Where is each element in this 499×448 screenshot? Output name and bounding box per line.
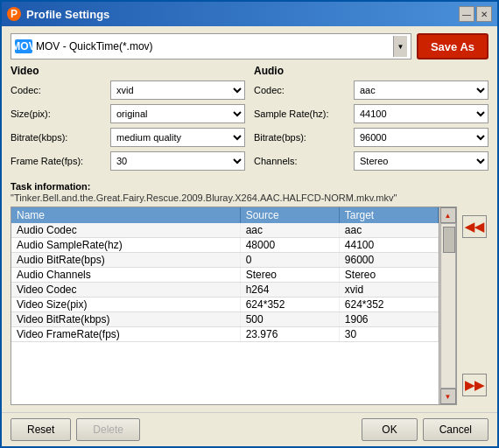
reset-button[interactable]: Reset (11, 418, 71, 441)
row-name: Video BitRate(kbps) (11, 312, 240, 327)
audio-codec-label: Codec: (254, 85, 350, 95)
table-row[interactable]: Audio ChannelsStereoStereo (11, 268, 439, 283)
row-name: Audio Codec (11, 223, 240, 238)
row-source: aac (240, 223, 339, 238)
save-as-button[interactable]: Save As (417, 33, 488, 60)
format-select-wrap: MOV MOV - QuickTime(*.mov) ▼ (11, 33, 411, 60)
table-row[interactable]: Video FrameRate(fps)23.97630 (11, 327, 439, 342)
table-row[interactable]: Video Codech264xvid (11, 283, 439, 298)
svg-text:P: P (11, 8, 18, 20)
table-row[interactable]: Audio Codecaacaac (11, 223, 439, 238)
row-target: 44100 (339, 238, 438, 253)
settings-table: Name Source Target Audio CodecaacaacAudi… (11, 207, 439, 342)
table-row[interactable]: Video Size(pix)624*352624*352 (11, 298, 439, 312)
col-target-header: Target (339, 207, 438, 223)
title-bar: P Profile Settings — ✕ (2, 2, 497, 26)
audio-bitrate-select[interactable]: 96000 (354, 128, 488, 147)
top-row: MOV MOV - QuickTime(*.mov) ▼ Save As (11, 33, 488, 60)
video-settings: Video Codec: xvid Size(pix): original Bi… (11, 65, 245, 175)
app-icon: P (7, 7, 21, 21)
title-controls: — ✕ (459, 6, 492, 22)
audio-settings: Audio Codec: aac Sample Rate(hz): 44100 … (254, 65, 488, 175)
main-window: P Profile Settings — ✕ MOV MOV - QuickTi… (0, 0, 499, 448)
window-title: Profile Settings (26, 8, 109, 21)
next-nav-button[interactable]: ▶▶ (462, 374, 487, 396)
table-scroll-wrap: Name Source Target Audio CodecaacaacAudi… (11, 206, 457, 405)
row-target: 30 (339, 327, 438, 342)
row-source: 624*352 (240, 298, 339, 312)
minimize-button[interactable]: — (459, 6, 474, 22)
video-framerate-label: Frame Rate(fps): (11, 156, 107, 166)
row-name: Video Codec (11, 283, 240, 298)
task-info-label: Task information: (11, 181, 90, 192)
table-row[interactable]: Video BitRate(kbps)5001906 (11, 312, 439, 327)
task-info-section: Task information: "Tinker.Bell.and.the.G… (11, 180, 457, 203)
audio-codec-select[interactable]: aac (354, 80, 488, 100)
audio-channels-select[interactable]: Stereo (354, 151, 488, 171)
audio-channels-label: Channels: (254, 156, 350, 166)
row-target: 1906 (339, 312, 438, 327)
audio-group-label: Audio (254, 65, 488, 77)
row-name: Video FrameRate(fps) (11, 327, 240, 342)
video-size-row: Size(pix): original (11, 104, 245, 123)
close-button[interactable]: ✕ (476, 6, 492, 22)
scrollbar: ▲ ▼ (439, 207, 456, 404)
row-target: Stereo (339, 268, 438, 283)
video-codec-label: Codec: (11, 85, 107, 95)
prev-nav-button[interactable]: ◀◀ (462, 215, 487, 238)
video-bitrate-label: Bitrate(kbps): (11, 132, 107, 143)
row-source: 48000 (240, 238, 339, 253)
bottom-bar: Reset Delete OK Cancel (2, 412, 497, 446)
delete-button[interactable]: Delete (76, 418, 140, 441)
video-codec-select[interactable]: xvid (110, 80, 245, 100)
row-name: Video Size(pix) (11, 298, 240, 312)
audio-samplerate-label: Sample Rate(hz): (254, 108, 350, 119)
settings-columns: Video Codec: xvid Size(pix): original Bi… (11, 65, 488, 175)
row-name: Audio BitRate(bps) (11, 253, 240, 268)
row-source: Stereo (240, 268, 339, 283)
side-nav-buttons: ◀◀ ▶▶ (462, 180, 488, 405)
format-dropdown-arrow[interactable]: ▼ (393, 36, 407, 57)
format-icon: MOV (15, 39, 32, 53)
col-name-header: Name (11, 207, 240, 223)
content-area: MOV MOV - QuickTime(*.mov) ▼ Save As Vid… (2, 26, 497, 412)
col-source-header: Source (240, 207, 339, 223)
row-source: 0 (240, 253, 339, 268)
ok-button[interactable]: OK (362, 418, 417, 441)
video-size-label: Size(pix): (11, 108, 107, 119)
row-source: h264 (240, 283, 339, 298)
row-name: Audio SampleRate(hz) (11, 238, 240, 253)
audio-bitrate-label: Bitrate(bps): (254, 132, 350, 143)
audio-codec-row: Codec: aac (254, 80, 488, 100)
video-bitrate-select[interactable]: medium quality (110, 128, 245, 147)
video-bitrate-row: Bitrate(kbps): medium quality (11, 128, 245, 147)
row-target: 624*352 (339, 298, 438, 312)
row-source: 23.976 (240, 327, 339, 342)
main-area: Task information: "Tinker.Bell.and.the.G… (11, 180, 488, 405)
video-framerate-select[interactable]: 30 (110, 151, 245, 171)
bottom-left-buttons: Reset Delete (11, 418, 140, 441)
video-framerate-row: Frame Rate(fps): 30 (11, 151, 245, 171)
data-table: Name Source Target Audio CodecaacaacAudi… (11, 207, 439, 404)
audio-samplerate-select[interactable]: 44100 (354, 104, 488, 123)
title-bar-left: P Profile Settings (7, 7, 109, 21)
task-info-text: "Tinker.Bell.and.the.Great.Fairy.Rescue.… (11, 192, 457, 203)
video-codec-row: Codec: xvid (11, 80, 245, 100)
audio-channels-row: Channels: Stereo (254, 151, 488, 171)
scroll-down-button[interactable]: ▼ (440, 388, 456, 404)
table-row[interactable]: Audio BitRate(bps)096000 (11, 253, 439, 268)
row-source: 500 (240, 312, 339, 327)
scroll-thumb[interactable] (443, 227, 455, 253)
cancel-button[interactable]: Cancel (423, 418, 488, 441)
scroll-track[interactable] (440, 223, 456, 388)
row-target: 96000 (339, 253, 438, 268)
row-target: aac (339, 223, 438, 238)
table-row[interactable]: Audio SampleRate(hz)4800044100 (11, 238, 439, 253)
video-group-label: Video (11, 65, 245, 77)
bottom-right-buttons: OK Cancel (362, 418, 488, 441)
scroll-up-button[interactable]: ▲ (440, 207, 456, 223)
row-target: xvid (339, 283, 438, 298)
video-size-select[interactable]: original (110, 104, 245, 123)
format-label: MOV - QuickTime(*.mov) (36, 40, 390, 52)
audio-bitrate-row: Bitrate(bps): 96000 (254, 128, 488, 147)
